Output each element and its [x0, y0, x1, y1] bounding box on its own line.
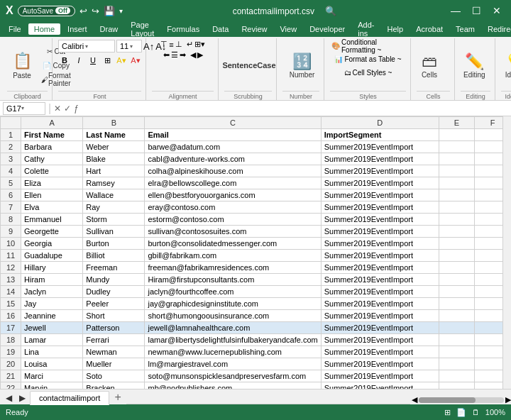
align-right-btn[interactable]: ➡ [180, 50, 186, 60]
row-number-1[interactable]: 1 [1, 129, 21, 141]
cell-19-4[interactable] [439, 346, 475, 358]
row-number-16[interactable]: 16 [1, 310, 21, 322]
cell-1-2[interactable]: Email [145, 129, 321, 141]
cell-22-4[interactable] [439, 382, 475, 389]
number-button[interactable]: 🔢 Number [282, 45, 322, 86]
cell-18-1[interactable]: Ferrari [83, 334, 145, 346]
menu-pagelayout[interactable]: Page Layout [125, 19, 160, 39]
cell-1-0[interactable]: First Name [21, 129, 83, 141]
cell-4-4[interactable] [439, 165, 475, 177]
cell-4-0[interactable]: Colette [21, 165, 83, 177]
cell-19-1[interactable]: Newman [83, 346, 145, 358]
menu-draw[interactable]: Draw [94, 23, 124, 35]
table-row[interactable]: 22MarvinBrackenmb@nodpublishers.comSumme… [1, 382, 511, 389]
menu-home[interactable]: Home [28, 23, 60, 35]
cancel-formula-icon[interactable]: ✕ [54, 104, 61, 114]
row-number-5[interactable]: 5 [1, 177, 21, 189]
font-size-box[interactable]: 11 ▾ [116, 40, 142, 52]
col-header-C[interactable]: C [145, 117, 321, 129]
row-number-20[interactable]: 20 [1, 358, 21, 370]
cell-14-4[interactable] [439, 286, 475, 298]
cell-12-0[interactable]: Hillary [21, 262, 83, 274]
cell-6-1[interactable]: Wallace [83, 189, 145, 201]
cell-9-4[interactable] [439, 226, 475, 238]
cell-18-4[interactable] [439, 334, 475, 346]
align-bottom-btn[interactable]: ⊥ [175, 40, 182, 49]
row-number-21[interactable]: 21 [1, 370, 21, 382]
menu-redirecti[interactable]: Redirecti... [482, 23, 511, 35]
conditional-formatting-button[interactable]: 🎨 Conditional Formatting ~ [330, 40, 406, 52]
horizontal-scrollbar[interactable] [419, 397, 504, 403]
wrap-text-btn[interactable]: ↵ [187, 40, 193, 49]
cell-17-2[interactable]: jewell@lamnahealthcare.com [145, 322, 321, 334]
table-row[interactable]: 16JeannineShortshort@humongoousinsurance… [1, 310, 511, 322]
cell-8-0[interactable]: Emmanuel [21, 214, 83, 226]
cell-20-2[interactable]: lm@margiestravel.com [145, 358, 321, 370]
cell-2-1[interactable]: Weber [83, 141, 145, 153]
underline-button[interactable]: U [87, 54, 99, 67]
align-left-btn[interactable]: ⬅ [163, 50, 170, 60]
cell-15-1[interactable]: Peeler [83, 298, 145, 310]
cell-15-4[interactable] [439, 298, 475, 310]
menu-addins[interactable]: Add-ins [352, 19, 380, 39]
cell-7-1[interactable]: Ray [83, 201, 145, 214]
cell-14-0[interactable]: Jaclyn [21, 286, 83, 298]
cell-reference-box[interactable]: G17 ▾ [3, 102, 45, 115]
cell-11-3[interactable]: Summer2019EventImport [321, 250, 439, 262]
cell-21-3[interactable]: Summer2019EventImport [321, 370, 439, 382]
cell-13-1[interactable]: Mundy [83, 274, 145, 286]
table-row[interactable]: 18LamarFerrarilamar@libertysdelightfulsi… [1, 334, 511, 346]
table-row[interactable]: 1First NameLast NameEmailImportSegment [1, 129, 511, 141]
cell-11-2[interactable]: gbill@fabrikam.com [145, 250, 321, 262]
menu-help[interactable]: Help [382, 23, 410, 35]
col-header-B[interactable]: B [83, 117, 145, 129]
cell-2-0[interactable]: Barbara [21, 141, 83, 153]
row-number-6[interactable]: 6 [1, 189, 21, 201]
cell-9-1[interactable]: Sullivan [83, 226, 145, 238]
cell-9-2[interactable]: sullivan@contososuites.com [145, 226, 321, 238]
close-btn[interactable]: ✕ [488, 4, 505, 18]
cell-17-0[interactable]: Jewell [21, 322, 83, 334]
menu-acrobat[interactable]: Acrobat [410, 23, 449, 35]
row-number-9[interactable]: 9 [1, 226, 21, 238]
table-row[interactable]: 9GeorgetteSullivansullivan@contososuites… [1, 226, 511, 238]
table-row[interactable]: 3CathyBlakecabl@adventure-works.comSumme… [1, 153, 511, 165]
cell-20-3[interactable]: Summer2019EventImport [321, 358, 439, 370]
cell-8-4[interactable] [439, 214, 475, 226]
border-button[interactable]: ⊞ [101, 54, 114, 67]
table-row[interactable]: 14JaclynDudleyjaclyn@fourthcoffee.comSum… [1, 286, 511, 298]
view-layout-icon[interactable]: 📄 [456, 408, 466, 417]
cell-11-1[interactable]: Billiot [83, 250, 145, 262]
save-icon[interactable]: 💾 [104, 6, 115, 16]
cell-22-3[interactable]: Summer2019EventImport [321, 382, 439, 389]
cell-7-0[interactable]: Elva [21, 201, 83, 214]
col-header-E[interactable]: E [439, 117, 475, 129]
scroll-left-icon[interactable]: ◀ [412, 395, 417, 404]
col-header-A[interactable]: A [21, 117, 83, 129]
menu-data[interactable]: Data [207, 23, 234, 35]
table-row[interactable]: 8EmmanuelStormestorm@contoso.comSummer20… [1, 214, 511, 226]
row-number-3[interactable]: 3 [1, 153, 21, 165]
cell-19-0[interactable]: Lina [21, 346, 83, 358]
scroll-tabs-right[interactable]: ▶ [16, 392, 28, 404]
cell-7-4[interactable] [439, 201, 475, 214]
row-number-22[interactable]: 22 [1, 382, 21, 389]
cell-21-2[interactable]: soto@munsonspicklesandpreservesfarm.com [145, 370, 321, 382]
cell-13-3[interactable]: Summer2019EventImport [321, 274, 439, 286]
cell-16-4[interactable] [439, 310, 475, 322]
menu-team[interactable]: Team [450, 23, 480, 35]
search-icon[interactable]: 🔍 [325, 6, 336, 16]
bold-button[interactable]: B [58, 54, 71, 67]
table-row[interactable]: 15JayPeelerjay@graphicdesigninstitute.co… [1, 298, 511, 310]
cell-2-4[interactable] [439, 141, 475, 153]
insert-function-icon[interactable]: ƒ [74, 104, 79, 114]
minimize-btn[interactable]: — [446, 4, 465, 18]
row-number-14[interactable]: 14 [1, 286, 21, 298]
table-row[interactable]: 5ElizaRamseyelra@bellowscollege.comSumme… [1, 177, 511, 189]
cell-20-0[interactable]: Louisa [21, 358, 83, 370]
cell-styles-button[interactable]: 🗂 Cell Styles ~ [343, 67, 394, 79]
cell-19-2[interactable]: newman@www.lucernepublishing.com [145, 346, 321, 358]
cell-6-3[interactable]: Summer2019EventImport [321, 189, 439, 201]
cell-6-0[interactable]: Ellen [21, 189, 83, 201]
cell-18-2[interactable]: lamar@libertysdelightfulsinfulbakeryandc… [145, 334, 321, 346]
